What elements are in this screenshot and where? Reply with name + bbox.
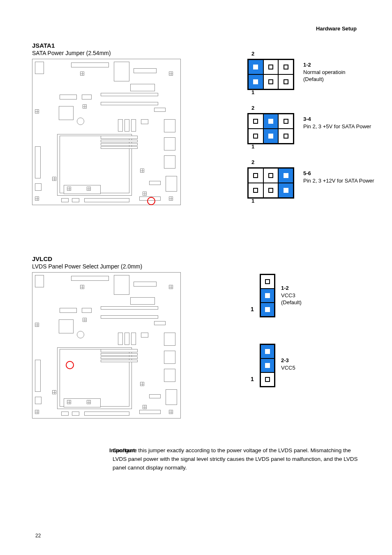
pin2-label-b: 2 [251, 105, 254, 111]
jsata1-desc: SATA Power Jumper (2.54mm) [32, 50, 360, 56]
jvlcd-desc: LVDS Panel Power Select Jumper (2.0mm) [32, 263, 360, 270]
jvlcd-location-marker [66, 361, 74, 369]
jsata1-location-marker [147, 197, 155, 205]
jsata1-option-b-text: 3-4 Pin 2, 3 +5V for SATA Power [303, 116, 392, 130]
footer-page-number: 22 [35, 533, 41, 539]
page-header-right: Hardware Setup [316, 25, 357, 32]
jvlcd-option-b-text: 2-3 VCC5 [281, 357, 363, 371]
important-note: Important: Configure this jumper exactly… [32, 446, 360, 472]
jsata1-option-c-text: 5-6 Pin 2, 3 +12V for SATA Power [303, 170, 392, 184]
pin1-label-a: 1 [251, 89, 254, 95]
jsata1-option-a-text: 1-2 Normal operatioin (Default) [303, 61, 392, 83]
motherboard-diagram-1 [32, 59, 181, 205]
pin1-label-d: 1 [251, 306, 254, 312]
jsata1-title: JSATA1 [32, 42, 360, 49]
jvlcd-title: JVLCD [32, 255, 360, 262]
pin2-label-c: 2 [251, 159, 254, 165]
jsata1-grid-b [247, 113, 294, 144]
jvlcd-grid-b [260, 344, 275, 387]
pin1-label-e: 1 [251, 376, 254, 382]
jvlcd-option-a-text: 1-2 VCC3 (Default) [281, 284, 363, 306]
pin1-label-b: 1 [251, 143, 254, 150]
jsata1-grid-a [247, 59, 294, 90]
pin2-label-a: 2 [251, 51, 254, 57]
jsata1-grid-c [247, 167, 294, 199]
motherboard-diagram-2 [32, 272, 181, 419]
jvlcd-grid-a [260, 274, 275, 317]
pin1-label-c: 1 [251, 198, 254, 204]
